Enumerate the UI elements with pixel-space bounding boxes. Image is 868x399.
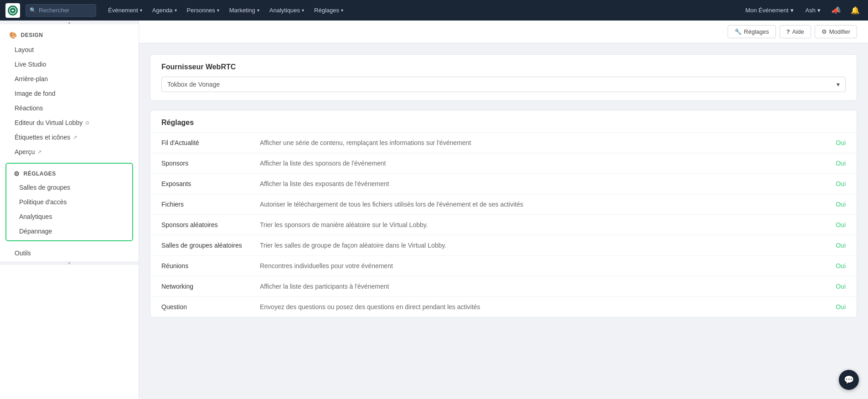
chevron-down-icon: ▾ (140, 8, 142, 13)
nav-personnes[interactable]: Personnes ▾ (182, 5, 224, 16)
settings-val-4[interactable]: Oui (827, 221, 846, 228)
chevron-down-icon: ▾ (217, 8, 219, 13)
chat-icon: 💬 (844, 375, 854, 385)
settings-name-3: Fichiers (161, 201, 253, 208)
webrtc-select[interactable]: Tokbox de Vonage ▾ (161, 77, 846, 92)
settings-desc-6: Rencontres individuelles pour votre évén… (260, 262, 820, 269)
wrench-icon: 🔧 (734, 28, 742, 35)
sidebar-reglages-header: ⚙ RÉGLAGES (6, 166, 132, 180)
nav-reglages[interactable]: Réglages ▾ (310, 5, 348, 16)
webrtc-body: Tokbox de Vonage ▾ (150, 77, 857, 100)
settings-name-4: Sponsors aléatoires (161, 221, 253, 228)
main-nav: Événement ▾ Agenda ▾ Personnes ▾ Marketi… (103, 5, 348, 16)
settings-title: Réglages (150, 110, 857, 133)
settings-row-7: Networking Afficher la liste des partici… (150, 276, 857, 297)
sidebar-item-reactions[interactable]: Réactions (0, 101, 139, 115)
chevron-down-icon: ▾ (837, 81, 840, 88)
nav-evenement[interactable]: Événement ▾ (103, 5, 147, 16)
nav-analytiques[interactable]: Analytiques ▾ (265, 5, 309, 16)
chat-bubble[interactable]: 💬 (839, 370, 859, 390)
main-layout: ▲ 🎨 DESIGN Layout Live Studio Arrière-pl… (0, 0, 868, 399)
settings-desc-1: Afficher la liste des sponsors de l'évén… (260, 160, 820, 167)
webrtc-title: Fournisseur WebRTC (150, 55, 857, 77)
chevron-down-icon: ▾ (175, 8, 177, 13)
scroll-down-indicator: ▼ (0, 261, 139, 265)
sidebar-item-depannage[interactable]: Dépannage (6, 224, 132, 238)
search-icon: 🔍 (30, 7, 36, 13)
sidebar-item-arriere-plan[interactable]: Arrière-plan (0, 72, 139, 86)
settings-desc-2: Afficher la liste des exposants de l'évé… (260, 180, 820, 187)
bell-icon[interactable]: 🔔 (848, 4, 863, 16)
aide-button[interactable]: ? Aide (780, 25, 811, 38)
settings-desc-0: Afficher une série de contenu, remplaçan… (260, 139, 820, 146)
reglages-button[interactable]: 🔧 Réglages (728, 25, 776, 38)
sidebar-design-header: 🎨 DESIGN (0, 24, 139, 42)
settings-val-0[interactable]: Oui (827, 139, 846, 146)
external-link-icon: ⊙ (85, 120, 89, 126)
content-header: 🔧 Réglages ? Aide ⚙ Modifier (139, 21, 868, 43)
chevron-down-icon: ▾ (302, 8, 304, 13)
mon-evenement-button[interactable]: Mon Événement ▾ (742, 5, 797, 16)
settings-row-6: Réunions Rencontres individuelles pour v… (150, 256, 857, 276)
chevron-down-icon: ▾ (257, 8, 259, 13)
sidebar-item-layout[interactable]: Layout (0, 42, 139, 57)
sidebar-item-outils[interactable]: Outils (0, 245, 139, 261)
sidebar-item-salles-de-groupes[interactable]: Salles de groupes (6, 180, 132, 195)
question-icon: ? (786, 28, 790, 35)
settings-desc-5: Trier les salles de groupe de façon aléa… (260, 242, 820, 249)
settings-name-8: Question (161, 303, 253, 311)
design-section-icon: 🎨 (9, 31, 17, 39)
nav-right: Mon Événement ▾ Ash ▾ 📣 🔔 (742, 4, 863, 16)
sidebar-item-etiquettes[interactable]: Étiquettes et icônes ↗ (0, 130, 139, 145)
sidebar-item-analytiques[interactable]: Analytiques (6, 209, 132, 224)
settings-row-0: Fil d'Actualité Afficher une série de co… (150, 133, 857, 153)
nav-agenda[interactable]: Agenda ▾ (148, 5, 181, 16)
sidebar: ▲ 🎨 DESIGN Layout Live Studio Arrière-pl… (0, 21, 139, 399)
settings-row-3: Fichiers Autoriser le téléchargement de … (150, 194, 857, 215)
sidebar-item-politique-dacces[interactable]: Politique d'accès (6, 195, 132, 209)
settings-name-0: Fil d'Actualité (161, 139, 253, 146)
sidebar-item-apercu[interactable]: Aperçu ↗ (0, 145, 139, 159)
settings-val-7[interactable]: Oui (827, 283, 846, 290)
sidebar-item-editeur[interactable]: Editeur du Virtual Lobby ⊙ (0, 115, 139, 130)
external-link-icon: ↗ (37, 149, 41, 155)
search-box[interactable]: 🔍 Rechercher (26, 4, 96, 17)
user-menu[interactable]: Ash ▾ (802, 5, 824, 16)
top-navigation: 🔍 Rechercher Événement ▾ Agenda ▾ Person… (0, 0, 868, 21)
sidebar-reglages-section: ⚙ RÉGLAGES Salles de groupes Politique d… (5, 163, 133, 241)
settings-val-6[interactable]: Oui (827, 262, 846, 269)
logo-icon (8, 5, 18, 16)
settings-name-2: Exposants (161, 180, 253, 187)
settings-name-6: Réunions (161, 262, 253, 269)
settings-row-2: Exposants Afficher la liste des exposant… (150, 174, 857, 194)
search-placeholder: Rechercher (39, 7, 69, 14)
content-body: Fournisseur WebRTC Tokbox de Vonage ▾ Ré… (139, 43, 868, 337)
settings-val-8[interactable]: Oui (827, 303, 846, 311)
modifier-button[interactable]: ⚙ Modifier (815, 25, 857, 38)
settings-desc-4: Trier les sponsors de manière aléatoire … (260, 221, 820, 228)
settings-row-4: Sponsors aléatoires Trier les sponsors d… (150, 215, 857, 235)
settings-desc-7: Afficher la liste des participants à l'é… (260, 283, 820, 290)
settings-name-1: Sponsors (161, 160, 253, 167)
settings-desc-8: Envoyez des questions ou posez des quest… (260, 303, 820, 311)
settings-name-5: Salles de groupes aléatoires (161, 242, 253, 249)
sidebar-item-live-studio[interactable]: Live Studio (0, 57, 139, 72)
scroll-up-indicator: ▲ (0, 21, 139, 24)
settings-val-2[interactable]: Oui (827, 180, 846, 187)
settings-val-3[interactable]: Oui (827, 201, 846, 208)
external-link-icon: ↗ (73, 135, 77, 140)
nav-marketing[interactable]: Marketing ▾ (225, 5, 264, 16)
gear-icon: ⚙ (822, 28, 827, 35)
settings-card: Réglages Fil d'Actualité Afficher une sé… (150, 110, 857, 317)
main-content: 🔧 Réglages ? Aide ⚙ Modifier Fournisseur… (139, 21, 868, 399)
gear-icon: ⚙ (14, 170, 20, 177)
settings-name-7: Networking (161, 283, 253, 290)
sidebar-item-image-de-fond[interactable]: Image de fond (0, 86, 139, 101)
settings-val-5[interactable]: Oui (827, 242, 846, 249)
settings-row-1: Sponsors Afficher la liste des sponsors … (150, 153, 857, 174)
logo[interactable] (5, 3, 20, 18)
megaphone-icon[interactable]: 📣 (829, 4, 843, 16)
chevron-down-icon: ▾ (817, 7, 821, 14)
settings-val-1[interactable]: Oui (827, 160, 846, 167)
settings-row-8: Question Envoyez des questions ou posez … (150, 297, 857, 317)
